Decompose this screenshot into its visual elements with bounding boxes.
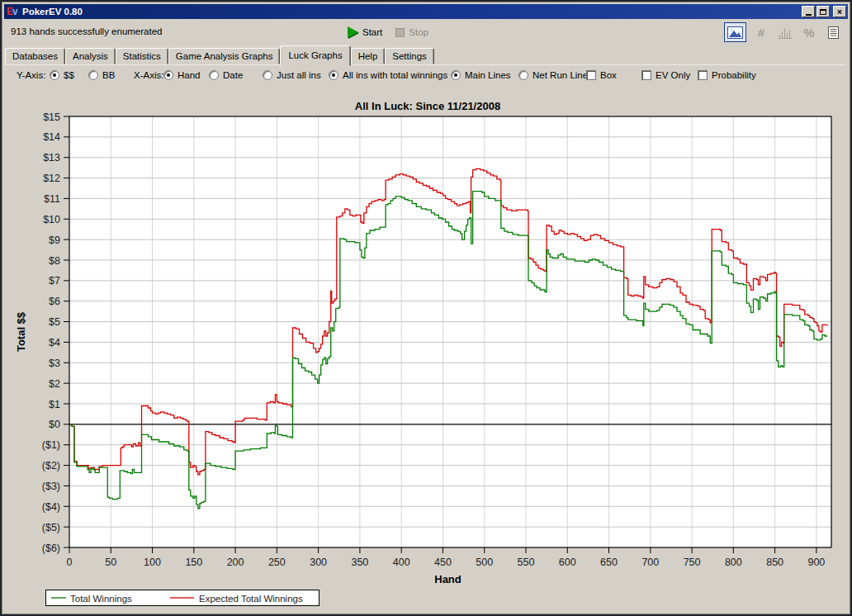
-label: $$ bbox=[64, 70, 74, 80]
grid-icon[interactable]: # bbox=[752, 23, 770, 41]
bar-chart-icon[interactable] bbox=[776, 23, 794, 41]
app-window: Ev PokerEV 0.80 × 913 hands successfully… bbox=[0, 0, 852, 616]
svg-text:($2): ($2) bbox=[42, 460, 60, 471]
report-icon[interactable] bbox=[824, 23, 842, 41]
svg-text:$15: $15 bbox=[43, 111, 60, 123]
bar-chart-icon-glyph bbox=[779, 26, 792, 39]
svg-text:($6): ($6) bbox=[42, 543, 60, 554]
radio-button-just-all-ins[interactable] bbox=[263, 70, 272, 80]
svg-text:$1: $1 bbox=[49, 399, 60, 410]
svg-text:100: 100 bbox=[144, 557, 161, 568]
svg-text:$2: $2 bbox=[49, 378, 60, 390]
play-icon bbox=[348, 26, 358, 38]
svg-text:850: 850 bbox=[766, 557, 783, 568]
svg-text:$8: $8 bbox=[49, 255, 60, 267]
tab-databases[interactable]: Databases bbox=[5, 48, 65, 64]
net-run-line-label: Net Run Line bbox=[532, 70, 588, 80]
all-ins-with-total-winnings-label: All ins with total winnings bbox=[343, 70, 447, 80]
svg-text:($1): ($1) bbox=[42, 439, 60, 451]
radio-bb[interactable]: BB bbox=[88, 69, 115, 82]
radio-button-hand[interactable] bbox=[163, 70, 173, 80]
svg-text:250: 250 bbox=[268, 557, 286, 568]
radio-net-run-line[interactable]: Net Run Line bbox=[518, 69, 588, 82]
minimize-button[interactable] bbox=[802, 6, 815, 17]
svg-text:Expected Total Winnings: Expected Total Winnings bbox=[199, 594, 303, 604]
legend: Total WinningsExpected Total Winnings bbox=[46, 590, 320, 606]
title-bar: Ev PokerEV 0.80 × bbox=[4, 4, 848, 19]
tab-game-analysis-graphs[interactable]: Game Analysis Graphs bbox=[168, 48, 281, 64]
y-axis-title: Total $$ bbox=[15, 311, 27, 352]
percent-icon[interactable]: % bbox=[800, 23, 818, 41]
stop-icon bbox=[395, 28, 405, 37]
svg-text:$0: $0 bbox=[49, 419, 60, 430]
bb-label: BB bbox=[102, 70, 115, 80]
tab-strip: DatabasesAnalysisStatisticsGame Analysis… bbox=[5, 45, 434, 65]
chart-panel: All In Luck: Since 11/21/2008$15$14$13$1… bbox=[3, 88, 852, 616]
box-label: Box bbox=[600, 70, 617, 80]
tab-help[interactable]: Help bbox=[351, 48, 386, 64]
tab-settings[interactable]: Settings bbox=[385, 48, 434, 64]
svg-text:$3: $3 bbox=[49, 358, 60, 369]
svg-text:900: 900 bbox=[807, 557, 825, 568]
stop-label: Stop bbox=[409, 27, 428, 37]
restore-icon bbox=[820, 9, 826, 15]
svg-text:($4): ($4) bbox=[42, 501, 60, 513]
tab-luck-graphs[interactable]: Luck Graphs bbox=[280, 45, 350, 66]
start-button[interactable]: Start bbox=[348, 26, 382, 38]
svg-text:Total Winnings: Total Winnings bbox=[70, 594, 132, 604]
radio-button-all-ins-with-total-winnings[interactable] bbox=[329, 70, 338, 80]
svg-text:300: 300 bbox=[310, 557, 327, 568]
radio-button-bb[interactable] bbox=[88, 70, 98, 80]
radio-just-all-ins[interactable]: Just all ins bbox=[263, 69, 321, 82]
tab-analysis[interactable]: Analysis bbox=[65, 48, 116, 64]
close-icon: × bbox=[837, 7, 842, 17]
image-icon[interactable] bbox=[724, 22, 746, 42]
checkbox-box-ev-only[interactable] bbox=[641, 70, 651, 80]
radio-[interactable]: $$ bbox=[50, 69, 74, 82]
svg-text:$10: $10 bbox=[43, 214, 60, 225]
svg-text:350: 350 bbox=[351, 557, 368, 568]
svg-text:$9: $9 bbox=[49, 235, 60, 246]
svg-text:150: 150 bbox=[185, 557, 202, 568]
svg-text:$7: $7 bbox=[49, 275, 60, 287]
checkbox-box-box[interactable] bbox=[586, 70, 596, 80]
radio-button-main-lines[interactable] bbox=[451, 70, 461, 80]
hand-label: Hand bbox=[178, 70, 201, 80]
svg-text:$6: $6 bbox=[49, 296, 60, 307]
radio-button-net-run-line[interactable] bbox=[518, 70, 528, 80]
image-icon-glyph bbox=[727, 26, 743, 39]
restore-button[interactable] bbox=[816, 6, 830, 17]
checkbox-ev-only[interactable]: EV Only bbox=[641, 69, 690, 82]
luck-chart: All In Luck: Since 11/21/2008$15$14$13$1… bbox=[3, 88, 852, 616]
tab-statistics[interactable]: Statistics bbox=[116, 48, 168, 64]
svg-text:$13: $13 bbox=[43, 152, 60, 163]
checkbox-box-probability[interactable] bbox=[698, 70, 708, 80]
radio-hand[interactable]: Hand bbox=[163, 69, 201, 82]
svg-text:($5): ($5) bbox=[42, 522, 60, 533]
x-axis-label: X-Axis: bbox=[134, 70, 163, 80]
checkbox-box[interactable]: Box bbox=[586, 69, 617, 82]
checkbox-probability[interactable]: Probability bbox=[698, 69, 756, 82]
svg-text:750: 750 bbox=[684, 557, 701, 568]
svg-text:400: 400 bbox=[393, 557, 410, 568]
svg-text:550: 550 bbox=[518, 557, 535, 568]
radio-button-[interactable] bbox=[50, 70, 59, 80]
start-label: Start bbox=[362, 27, 382, 37]
close-button[interactable]: × bbox=[833, 6, 846, 17]
radio-main-lines[interactable]: Main Lines bbox=[451, 69, 511, 82]
svg-text:All In Luck: Since 11/21/2008: All In Luck: Since 11/21/2008 bbox=[355, 100, 500, 112]
svg-text:($3): ($3) bbox=[42, 481, 60, 492]
svg-text:600: 600 bbox=[559, 557, 576, 568]
report-icon-glyph bbox=[828, 26, 839, 39]
svg-text:200: 200 bbox=[227, 557, 244, 568]
radio-all-ins-with-total-winnings[interactable]: All ins with total winnings bbox=[329, 69, 447, 82]
app-icon: Ev bbox=[7, 6, 20, 17]
window-title: PokerEV 0.80 bbox=[22, 7, 83, 17]
status-row: 913 hands successfully enumerated Start … bbox=[4, 19, 848, 45]
svg-text:$11: $11 bbox=[44, 193, 60, 205]
status-message: 913 hands successfully enumerated bbox=[11, 26, 162, 36]
stop-button[interactable]: Stop bbox=[395, 27, 428, 37]
radio-button-date[interactable] bbox=[209, 70, 219, 80]
radio-date[interactable]: Date bbox=[209, 69, 243, 82]
svg-text:0: 0 bbox=[67, 557, 73, 568]
